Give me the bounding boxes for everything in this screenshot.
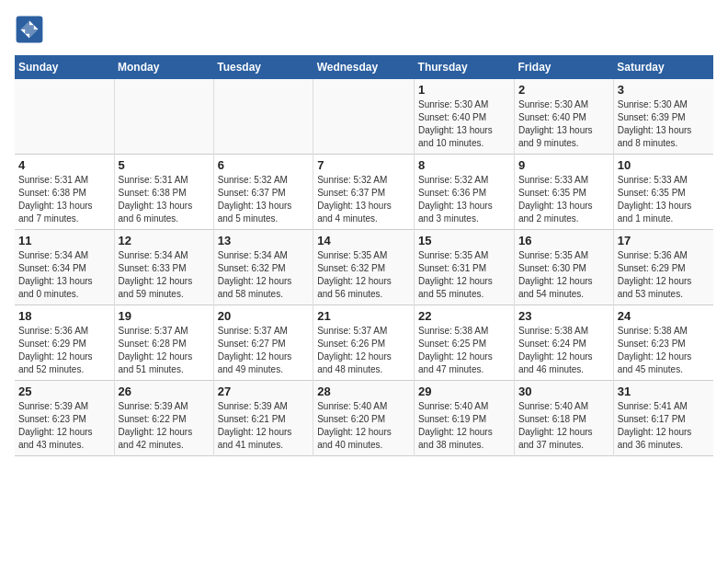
calendar-cell: 29Sunrise: 5:40 AM Sunset: 6:19 PM Dayli… — [415, 381, 515, 456]
calendar-cell: 6Sunrise: 5:32 AM Sunset: 6:37 PM Daylig… — [213, 155, 313, 230]
day-number: 15 — [418, 234, 510, 247]
day-info: Sunrise: 5:40 AM Sunset: 6:20 PM Dayligh… — [317, 400, 410, 452]
calendar-cell: 11Sunrise: 5:34 AM Sunset: 6:34 PM Dayli… — [15, 230, 114, 305]
logo — [15, 15, 48, 44]
calendar-table: SundayMondayTuesdayWednesdayThursdayFrid… — [15, 55, 713, 456]
day-number: 7 — [317, 158, 410, 172]
day-info: Sunrise: 5:34 AM Sunset: 6:32 PM Dayligh… — [218, 249, 309, 301]
calendar-cell — [114, 79, 213, 155]
calendar-cell: 20Sunrise: 5:37 AM Sunset: 6:27 PM Dayli… — [213, 305, 313, 381]
day-number: 17 — [618, 234, 710, 247]
day-number: 1 — [418, 83, 510, 97]
day-number: 25 — [18, 385, 110, 398]
day-info: Sunrise: 5:39 AM Sunset: 6:22 PM Dayligh… — [119, 400, 210, 452]
day-info: Sunrise: 5:36 AM Sunset: 6:29 PM Dayligh… — [618, 249, 710, 301]
day-info: Sunrise: 5:35 AM Sunset: 6:30 PM Dayligh… — [518, 249, 609, 301]
logo-icon — [15, 15, 44, 44]
calendar-cell: 3Sunrise: 5:30 AM Sunset: 6:39 PM Daylig… — [613, 79, 713, 155]
day-info: Sunrise: 5:38 AM Sunset: 6:25 PM Dayligh… — [418, 325, 510, 376]
day-number: 22 — [418, 309, 510, 323]
day-number: 3 — [618, 83, 710, 97]
day-info: Sunrise: 5:40 AM Sunset: 6:18 PM Dayligh… — [518, 400, 609, 452]
calendar-cell: 31Sunrise: 5:41 AM Sunset: 6:17 PM Dayli… — [613, 381, 713, 456]
calendar-cell: 18Sunrise: 5:36 AM Sunset: 6:29 PM Dayli… — [15, 305, 114, 381]
calendar-week-row: 18Sunrise: 5:36 AM Sunset: 6:29 PM Dayli… — [15, 305, 713, 381]
page-header — [15, 15, 713, 44]
column-header-thursday: Thursday — [415, 55, 515, 79]
day-number: 8 — [418, 158, 510, 172]
calendar-week-row: 11Sunrise: 5:34 AM Sunset: 6:34 PM Dayli… — [15, 230, 713, 305]
calendar-cell: 26Sunrise: 5:39 AM Sunset: 6:22 PM Dayli… — [114, 381, 213, 456]
day-info: Sunrise: 5:30 AM Sunset: 6:39 PM Dayligh… — [618, 98, 710, 150]
day-info: Sunrise: 5:35 AM Sunset: 6:32 PM Dayligh… — [317, 249, 410, 301]
day-number: 11 — [18, 234, 110, 247]
day-number: 6 — [218, 158, 309, 172]
calendar-cell: 17Sunrise: 5:36 AM Sunset: 6:29 PM Dayli… — [613, 230, 713, 305]
day-number: 9 — [518, 158, 609, 172]
calendar-cell — [213, 79, 313, 155]
day-info: Sunrise: 5:32 AM Sunset: 6:37 PM Dayligh… — [218, 174, 309, 225]
calendar-cell: 9Sunrise: 5:33 AM Sunset: 6:35 PM Daylig… — [514, 155, 613, 230]
day-number: 18 — [18, 309, 110, 323]
day-number: 14 — [317, 234, 410, 247]
calendar-cell: 14Sunrise: 5:35 AM Sunset: 6:32 PM Dayli… — [313, 230, 415, 305]
column-header-saturday: Saturday — [613, 55, 713, 79]
calendar-cell: 10Sunrise: 5:33 AM Sunset: 6:35 PM Dayli… — [613, 155, 713, 230]
day-info: Sunrise: 5:32 AM Sunset: 6:37 PM Dayligh… — [317, 174, 410, 225]
day-info: Sunrise: 5:30 AM Sunset: 6:40 PM Dayligh… — [418, 98, 510, 150]
calendar-cell: 1Sunrise: 5:30 AM Sunset: 6:40 PM Daylig… — [415, 79, 515, 155]
day-info: Sunrise: 5:38 AM Sunset: 6:24 PM Dayligh… — [518, 325, 609, 376]
calendar-cell: 13Sunrise: 5:34 AM Sunset: 6:32 PM Dayli… — [213, 230, 313, 305]
calendar-cell: 19Sunrise: 5:37 AM Sunset: 6:28 PM Dayli… — [114, 305, 213, 381]
calendar-cell: 27Sunrise: 5:39 AM Sunset: 6:21 PM Dayli… — [213, 381, 313, 456]
calendar-week-row: 1Sunrise: 5:30 AM Sunset: 6:40 PM Daylig… — [15, 79, 713, 155]
calendar-cell: 12Sunrise: 5:34 AM Sunset: 6:33 PM Dayli… — [114, 230, 213, 305]
day-number: 10 — [618, 158, 710, 172]
day-info: Sunrise: 5:37 AM Sunset: 6:28 PM Dayligh… — [119, 325, 210, 376]
day-info: Sunrise: 5:38 AM Sunset: 6:23 PM Dayligh… — [618, 325, 710, 376]
column-header-sunday: Sunday — [15, 55, 114, 79]
calendar-cell: 2Sunrise: 5:30 AM Sunset: 6:40 PM Daylig… — [514, 79, 613, 155]
day-number: 31 — [618, 385, 710, 398]
day-info: Sunrise: 5:34 AM Sunset: 6:33 PM Dayligh… — [119, 249, 210, 301]
column-header-tuesday: Tuesday — [213, 55, 313, 79]
calendar-header-row: SundayMondayTuesdayWednesdayThursdayFrid… — [15, 55, 713, 79]
day-number: 2 — [518, 83, 609, 97]
day-number: 20 — [218, 309, 309, 323]
day-number: 16 — [518, 234, 609, 247]
day-info: Sunrise: 5:39 AM Sunset: 6:23 PM Dayligh… — [18, 400, 110, 452]
calendar-cell: 28Sunrise: 5:40 AM Sunset: 6:20 PM Dayli… — [313, 381, 415, 456]
calendar-cell: 7Sunrise: 5:32 AM Sunset: 6:37 PM Daylig… — [313, 155, 415, 230]
day-info: Sunrise: 5:31 AM Sunset: 6:38 PM Dayligh… — [18, 174, 110, 225]
day-info: Sunrise: 5:33 AM Sunset: 6:35 PM Dayligh… — [518, 174, 609, 225]
day-number: 12 — [119, 234, 210, 247]
day-info: Sunrise: 5:32 AM Sunset: 6:36 PM Dayligh… — [418, 174, 510, 225]
calendar-cell: 5Sunrise: 5:31 AM Sunset: 6:38 PM Daylig… — [114, 155, 213, 230]
calendar-cell: 16Sunrise: 5:35 AM Sunset: 6:30 PM Dayli… — [514, 230, 613, 305]
day-number: 21 — [317, 309, 410, 323]
calendar-cell: 15Sunrise: 5:35 AM Sunset: 6:31 PM Dayli… — [415, 230, 515, 305]
day-number: 13 — [218, 234, 309, 247]
calendar-week-row: 25Sunrise: 5:39 AM Sunset: 6:23 PM Dayli… — [15, 381, 713, 456]
column-header-monday: Monday — [114, 55, 213, 79]
day-number: 4 — [18, 158, 110, 172]
day-number: 28 — [317, 385, 410, 398]
column-header-wednesday: Wednesday — [313, 55, 415, 79]
day-info: Sunrise: 5:35 AM Sunset: 6:31 PM Dayligh… — [418, 249, 510, 301]
day-info: Sunrise: 5:37 AM Sunset: 6:26 PM Dayligh… — [317, 325, 410, 376]
day-info: Sunrise: 5:34 AM Sunset: 6:34 PM Dayligh… — [18, 249, 110, 301]
calendar-cell: 25Sunrise: 5:39 AM Sunset: 6:23 PM Dayli… — [15, 381, 114, 456]
day-info: Sunrise: 5:36 AM Sunset: 6:29 PM Dayligh… — [18, 325, 110, 376]
day-number: 19 — [119, 309, 210, 323]
calendar-cell: 22Sunrise: 5:38 AM Sunset: 6:25 PM Dayli… — [415, 305, 515, 381]
calendar-cell: 24Sunrise: 5:38 AM Sunset: 6:23 PM Dayli… — [613, 305, 713, 381]
day-number: 26 — [119, 385, 210, 398]
day-info: Sunrise: 5:39 AM Sunset: 6:21 PM Dayligh… — [218, 400, 309, 452]
calendar-cell: 21Sunrise: 5:37 AM Sunset: 6:26 PM Dayli… — [313, 305, 415, 381]
calendar-cell — [313, 79, 415, 155]
day-info: Sunrise: 5:31 AM Sunset: 6:38 PM Dayligh… — [119, 174, 210, 225]
calendar-cell — [15, 79, 114, 155]
day-number: 27 — [218, 385, 309, 398]
day-info: Sunrise: 5:30 AM Sunset: 6:40 PM Dayligh… — [518, 98, 609, 150]
day-info: Sunrise: 5:41 AM Sunset: 6:17 PM Dayligh… — [618, 400, 710, 452]
